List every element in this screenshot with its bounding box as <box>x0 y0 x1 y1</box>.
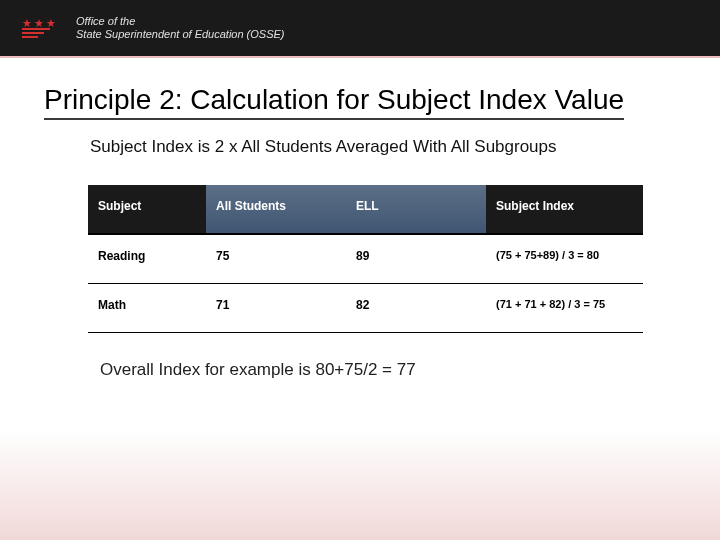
header-line2: State Superintendent of Education (OSSE) <box>76 28 285 41</box>
th-all-students: All Students <box>206 185 346 234</box>
table-header-row: Subject All Students ELL Subject Index <box>88 185 643 234</box>
header-org-text: Office of the State Superintendent of Ed… <box>76 15 285 41</box>
header-line1: Office of the <box>76 15 285 28</box>
header-bar: ★★★ Office of the State Superintendent o… <box>0 0 720 56</box>
cell-all-students: 71 <box>206 284 346 333</box>
cell-ell: 82 <box>346 284 486 333</box>
cell-all-students: 75 <box>206 234 346 284</box>
table-row: Reading 75 89 (75 + 75+89) / 3 = 80 <box>88 234 643 284</box>
slide-title: Principle 2: Calculation for Subject Ind… <box>44 84 624 120</box>
header-divider <box>0 56 720 58</box>
dc-flag-icon: ★★★ <box>22 19 64 38</box>
th-subject: Subject <box>88 185 206 234</box>
th-ell: ELL <box>346 185 486 234</box>
slide: ★★★ Office of the State Superintendent o… <box>0 0 720 540</box>
cell-subject: Math <box>88 284 206 333</box>
cell-subject: Reading <box>88 234 206 284</box>
slide-subtitle: Subject Index is 2 x All Students Averag… <box>90 137 557 157</box>
cell-ell: 89 <box>346 234 486 284</box>
flag-bars-icon <box>22 28 50 38</box>
subject-index-table: Subject All Students ELL Subject Index R… <box>88 185 643 333</box>
overall-index-text: Overall Index for example is 80+75/2 = 7… <box>100 360 416 380</box>
table-row: Math 71 82 (71 + 71 + 82) / 3 = 75 <box>88 284 643 333</box>
cell-formula: (71 + 71 + 82) / 3 = 75 <box>486 284 643 333</box>
bottom-gradient <box>0 430 720 540</box>
cell-formula: (75 + 75+89) / 3 = 80 <box>486 234 643 284</box>
flag-stars-icon: ★★★ <box>22 19 56 28</box>
th-subject-index: Subject Index <box>486 185 643 234</box>
